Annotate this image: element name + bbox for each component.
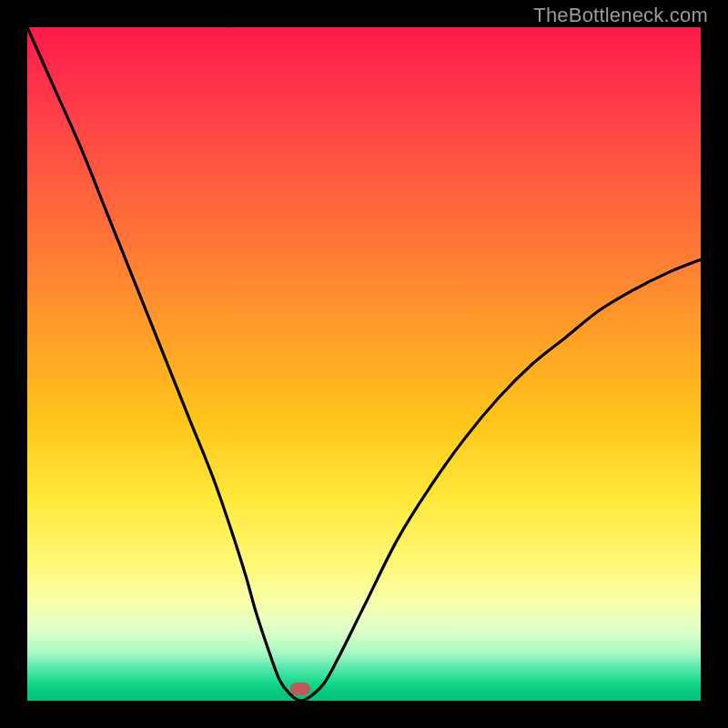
watermark-text: TheBottleneck.com <box>533 4 708 27</box>
optimum-marker <box>290 682 310 695</box>
bottleneck-curve <box>27 27 701 701</box>
chart-stage: TheBottleneck.com <box>0 0 728 728</box>
curve-svg <box>27 27 701 701</box>
plot-area <box>27 27 701 701</box>
